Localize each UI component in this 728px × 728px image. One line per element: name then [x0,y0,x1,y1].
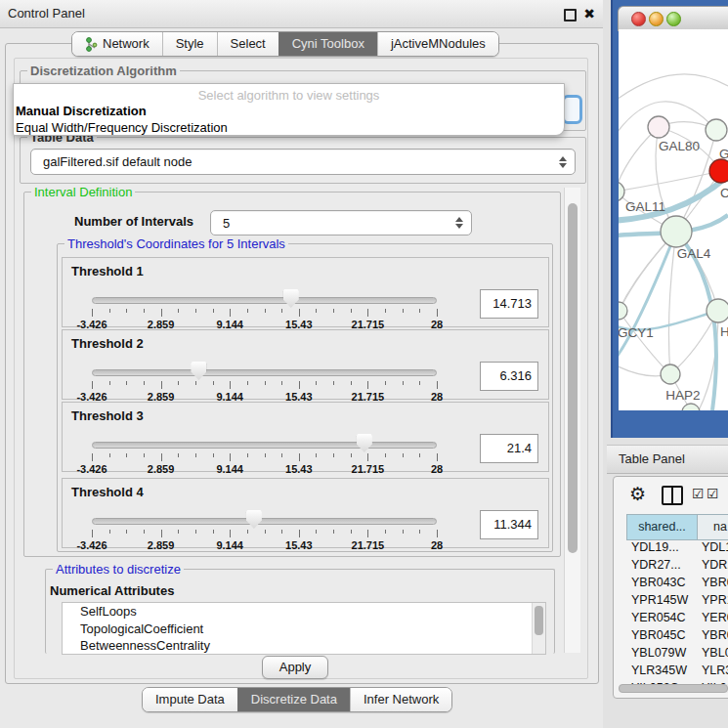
table-row[interactable]: YDR27...YDR2 [626,558,728,576]
network-view-window: GAL80 GAL11 GAL4 GCY1 HAP2 GA C H [611,0,728,438]
cell-shared-name: YER054C [626,611,702,628]
cell-name: YDL1 [702,540,728,558]
table-row[interactable]: YPR145WYPR1 [626,593,728,611]
tab-cyni-toolbox[interactable]: Cyni Toolbox [278,32,377,56]
algorithm-option-equal-width[interactable]: Equal Width/Frequency Discretization [14,119,564,136]
tab-style[interactable]: Style [162,32,217,56]
tab-jactivemnodules[interactable]: jActiveMNodules [377,32,498,56]
bottom-tabbar: Impute Data Discretize Data Infer Networ… [142,687,452,712]
network-window-titlebar[interactable] [618,6,728,31]
scrollbar-thumb[interactable] [568,203,578,553]
threshold-4-slider[interactable]: -3.4262.8599.14415.4321.71528 [92,506,437,545]
checkbox-icon[interactable]: ☑ [707,486,719,501]
node-label-c-cut: C [720,186,728,200]
network-canvas[interactable]: GAL80 GAL11 GAL4 GCY1 HAP2 GA C H [619,29,728,410]
slider-handle[interactable] [191,362,206,380]
table-panel: ⚙ ☑ ☑ shared... na YDL19...YDL1 YDR27...… [613,476,728,699]
cell-name: YBL0 [702,646,728,664]
control-panel-vertical-scrollbar[interactable] [564,188,580,653]
checkbox-icon[interactable]: ☑ [692,486,705,501]
list-item[interactable]: TopologicalCoefficient [63,621,545,638]
tab-infer-network[interactable]: Infer Network [350,688,451,711]
table-horizontal-scrollbar[interactable] [619,684,728,693]
slider-handle[interactable] [246,510,262,529]
table-row[interactable]: YBR043CYBR0 [626,576,728,593]
threshold-2-panel: Threshold 2 -3.4262.8599.14415.4321.7152… [62,329,549,400]
close-traffic-light-icon[interactable] [631,12,646,26]
threshold-1-label: Threshold 1 [71,264,144,278]
scrollbar-thumb[interactable] [619,684,728,693]
node-h[interactable] [707,299,728,322]
minimize-traffic-light-icon[interactable] [649,12,664,26]
node-gal80[interactable] [648,116,669,138]
network-icon [85,37,98,52]
table-data-combobox[interactable]: galFiltered.sif default node [30,149,576,175]
scrollbar-thumb[interactable] [535,606,543,635]
cell-name: YBR0 [702,628,728,646]
algorithm-combobox[interactable] [562,95,582,124]
node-bottom[interactable] [682,404,700,410]
float-window-icon[interactable] [564,9,577,21]
numerical-attributes-label: Numerical Attributes [50,583,174,598]
node-label-ga-cut: GA [719,147,728,161]
slider-tick-labels: -3.4262.8599.14415.4321.71528 [92,463,437,475]
slider-handle[interactable] [357,434,372,452]
attributes-group-title: Attributes to discretize [53,562,184,577]
cell-shared-name: YBL079W [626,646,702,664]
interval-definition-group: Interval Definition Number of Intervals … [23,192,561,557]
number-of-intervals-label: Number of Intervals [74,214,193,229]
tab-discretize-data[interactable]: Discretize Data [237,688,350,711]
threshold-1-panel: Threshold 1 -3.4262.8599.14415.4321.7152… [62,257,549,327]
slider-track[interactable] [92,442,437,449]
slider-track[interactable] [92,297,437,304]
node-gcy1[interactable] [619,302,627,320]
close-icon[interactable]: ✖ [583,5,595,22]
node-hap2[interactable] [661,364,680,384]
slider-track[interactable] [92,518,437,525]
cell-name: YDR2 [702,558,728,576]
threshold-1-slider[interactable]: -3.4262.8599.14415.4321.71528 [92,285,437,324]
tab-jactivemnodules-label: jActiveMNodules [391,32,486,56]
threshold-2-value-field[interactable]: 6.316 [480,362,538,391]
table-row[interactable]: YBL079WYBL0 [626,646,728,664]
column-header-name[interactable]: na [698,515,728,539]
node-top-right[interactable] [706,119,727,141]
threshold-2-slider[interactable]: -3.4262.8599.14415.4321.71528 [92,358,437,397]
apply-button[interactable]: Apply [262,656,328,679]
threshold-3-slider[interactable]: -3.4262.8599.14415.4321.71528 [92,430,437,469]
node-gal4[interactable] [661,216,692,247]
threshold-4-value-field[interactable]: 11.344 [480,510,538,539]
table-row[interactable]: YBR045CYBR0 [626,628,728,646]
cell-name: YPR1 [702,593,728,611]
slider-track[interactable] [92,369,437,376]
algorithm-option-manual[interactable]: Manual Discretization [14,103,564,119]
gear-icon[interactable]: ⚙ [629,483,646,505]
table-row[interactable]: YLR345WYLR3 [626,664,728,681]
network-graph: GAL80 GAL11 GAL4 GCY1 HAP2 GA C H [619,29,728,410]
list-item[interactable]: SelfLoops [63,603,545,621]
table-panel-titlebar: Table Panel [607,445,728,474]
table-panel-toolbar: ⚙ ☑ ☑ [614,477,728,512]
table-row[interactable]: YDL19...YDL1 [626,540,728,558]
zoom-traffic-light-icon[interactable] [666,12,681,26]
split-columns-icon[interactable] [662,486,683,505]
tab-impute-data[interactable]: Impute Data [143,688,237,711]
list-scrollbar[interactable] [532,603,545,654]
cell-shared-name: YBR043C [626,576,702,593]
algorithm-dropdown-popup: Select algorithm to view settings Manual… [13,83,565,136]
node-red-selected[interactable] [709,159,728,183]
list-item[interactable]: BetweennessCentrality [63,637,545,655]
tab-select[interactable]: Select [217,32,278,56]
threshold-3-label: Threshold 3 [71,408,144,423]
threshold-2-label: Threshold 2 [71,336,144,351]
column-header-shared-name[interactable]: shared... [627,515,698,539]
table-row[interactable]: YER054CYER0 [626,611,728,628]
numerical-attributes-list[interactable]: SelfLoops TopologicalCoefficient Between… [62,602,546,655]
tab-select-label: Select [231,32,266,56]
tab-network[interactable]: Network [72,32,162,56]
threshold-1-value-field[interactable]: 14.713 [480,289,538,319]
node-label-gal11: GAL11 [625,199,665,214]
slider-handle[interactable] [283,289,299,308]
threshold-3-value-field[interactable]: 21.4 [480,434,538,463]
number-of-intervals-combobox[interactable]: 5 [210,210,472,236]
